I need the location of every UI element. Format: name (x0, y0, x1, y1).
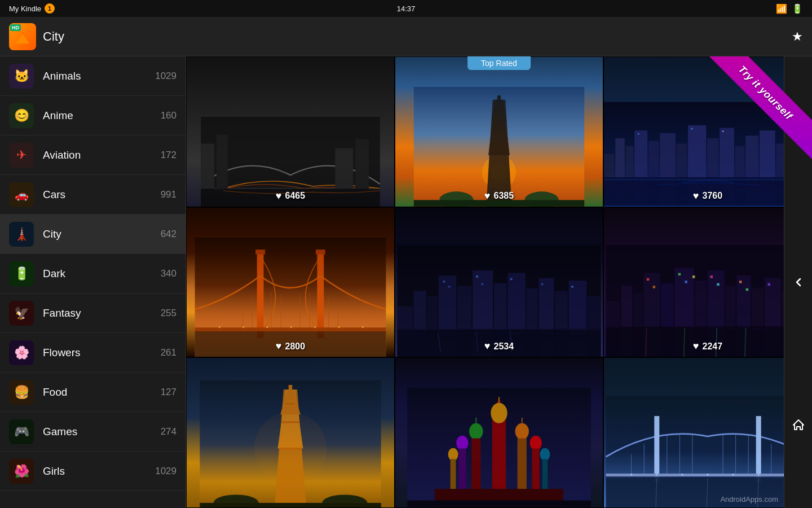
flowers-count: 261 (161, 347, 176, 358)
svg-rect-148 (756, 416, 761, 482)
grid-cell-4[interactable]: ♥ 2800 (186, 207, 395, 358)
svg-rect-107 (710, 275, 713, 278)
try-it-ribbon[interactable]: Try it yourself (698, 56, 812, 160)
hd-badge: HD (10, 24, 21, 31)
svg-rect-126 (492, 415, 506, 489)
svg-point-162 (681, 474, 683, 476)
food-icon: 🍔 (9, 380, 34, 405)
svg-rect-105 (685, 281, 687, 283)
sidebar-item-anime[interactable]: 😊 Anime 160 (0, 96, 186, 135)
svg-rect-6 (355, 139, 369, 189)
girls-label: Girls (43, 465, 155, 478)
anime-count: 160 (161, 110, 176, 121)
svg-rect-108 (717, 283, 720, 286)
svg-point-160 (630, 474, 633, 476)
svg-rect-3 (201, 144, 214, 189)
aviation-label: Aviation (43, 149, 161, 161)
flowers-label: Flowers (43, 347, 161, 359)
favorite-star-icon[interactable]: ★ (792, 29, 803, 44)
sidebar-item-cars[interactable]: 🚗 Cars 991 (0, 175, 186, 214)
sidebar-item-fantasy[interactable]: 🦅 Fantasy 255 (0, 294, 186, 333)
top-rated-tab[interactable]: Top Rated (467, 56, 531, 70)
svg-point-121 (254, 412, 327, 485)
svg-point-134 (540, 448, 550, 461)
sidebar-item-animals[interactable]: 🐱 Animals 1029 (0, 56, 186, 96)
svg-rect-145 (407, 501, 591, 507)
svg-rect-84 (541, 283, 544, 285)
grid-cell-2[interactable]: ♥ 6385 (395, 56, 603, 207)
svg-rect-61 (314, 326, 316, 328)
anime-label: Anime (43, 110, 161, 122)
grid-cell-1[interactable]: ♥ 6465 (186, 56, 395, 207)
svg-point-163 (707, 474, 709, 476)
home-icon[interactable] (787, 414, 810, 436)
main-layout: 🐱 Animals 1029 😊 Anime 160 ✈ Aviation 17… (0, 56, 812, 508)
sidebar-item-food[interactable]: 🍔 Food 127 (0, 373, 186, 412)
games-count: 274 (161, 426, 176, 437)
app-header: HD City ★ (0, 17, 812, 56)
svg-rect-17 (495, 111, 503, 112)
svg-marker-1 (16, 33, 29, 43)
svg-point-128 (491, 403, 507, 423)
svg-rect-81 (476, 275, 478, 278)
city-label: City (43, 228, 161, 240)
grid-cell-8[interactable] (395, 357, 603, 508)
games-icon: 🎮 (9, 419, 34, 444)
svg-rect-110 (746, 288, 749, 291)
likes-1: ♥ 6465 (276, 190, 305, 202)
likes-count-5: 2534 (494, 341, 514, 352)
kindle-label: My Kindle (9, 5, 41, 13)
city-count: 642 (161, 229, 176, 240)
animals-label: Animals (43, 70, 155, 82)
status-time: 14:37 (397, 5, 416, 13)
svg-rect-124 (200, 503, 381, 507)
sidebar-item-flowers[interactable]: 🌸 Flowers 261 (0, 333, 186, 373)
likes-2: ♥ 6385 (484, 190, 514, 202)
sidebar-item-games[interactable]: 🎮 Games 274 (0, 412, 186, 452)
svg-rect-59 (267, 326, 268, 328)
svg-rect-63 (362, 326, 364, 328)
status-right: 📶 🔋 (776, 3, 803, 14)
city-icon: 🗼 (9, 222, 34, 247)
sidebar-item-dark[interactable]: 🔋 Dark 340 (0, 254, 186, 294)
aviation-icon: ✈ (9, 143, 34, 168)
likes-5: ♥ 2534 (484, 340, 514, 352)
cars-icon: 🚗 (9, 182, 34, 207)
heart-icon-1: ♥ (276, 190, 282, 202)
heart-icon-6: ♥ (693, 340, 699, 352)
flowers-icon: 🌸 (9, 340, 34, 365)
grid-cell-9[interactable] (603, 357, 812, 508)
cars-label: Cars (43, 189, 161, 201)
svg-rect-103 (653, 286, 656, 288)
svg-rect-85 (571, 286, 573, 288)
svg-point-133 (448, 448, 458, 461)
grid-cell-5[interactable]: ♥ 2534 (395, 207, 603, 358)
svg-rect-62 (338, 326, 340, 328)
girls-icon: 🌺 (9, 459, 34, 484)
sidebar-item-city[interactable]: 🗼 City 642 (0, 214, 186, 254)
svg-rect-79 (443, 281, 445, 283)
back-icon[interactable] (787, 271, 810, 294)
svg-rect-109 (739, 281, 742, 283)
svg-rect-83 (510, 278, 513, 280)
animals-icon: 🐱 (9, 64, 34, 89)
svg-rect-104 (678, 273, 681, 275)
animals-count: 1029 (155, 71, 176, 82)
kindle-badge: 1 (45, 3, 55, 14)
fantasy-icon: 🦅 (9, 301, 34, 326)
sidebar-item-aviation[interactable]: ✈ Aviation 172 (0, 135, 186, 175)
food-label: Food (43, 386, 161, 398)
svg-rect-80 (448, 286, 451, 288)
dark-icon: 🔋 (9, 261, 34, 286)
grid-cell-7[interactable] (186, 357, 395, 508)
svg-point-131 (456, 436, 468, 450)
svg-rect-120 (286, 403, 295, 404)
svg-rect-38 (638, 133, 639, 135)
heart-icon-5: ♥ (484, 340, 491, 352)
likes-count-4: 2800 (285, 341, 306, 352)
svg-point-130 (515, 423, 529, 440)
grid-cell-6[interactable]: ♥ 2247 (603, 207, 812, 358)
svg-rect-4 (217, 135, 228, 189)
sidebar-item-girls[interactable]: 🌺 Girls 1029 (0, 452, 186, 491)
wifi-icon: 📶 (776, 3, 787, 14)
